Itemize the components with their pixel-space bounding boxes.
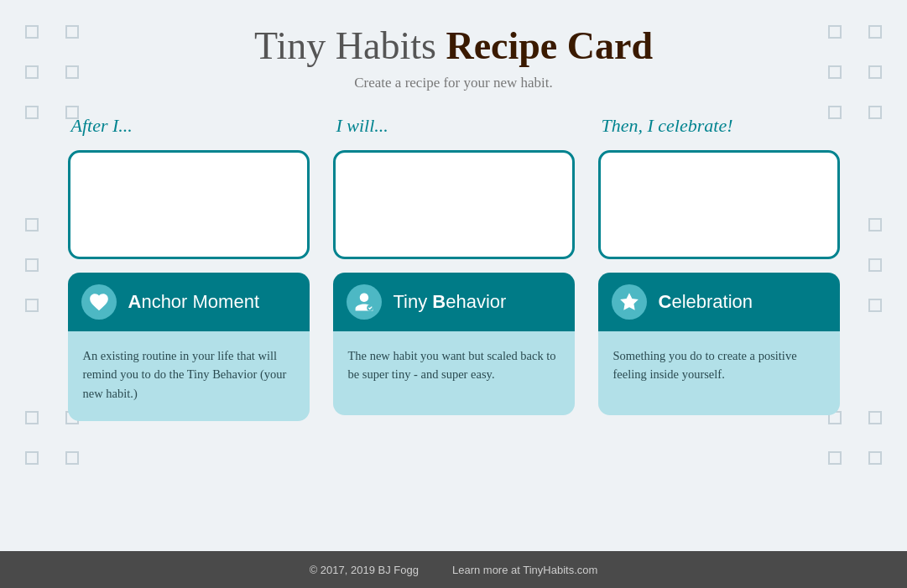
behavior-card-header: Tiny Behavior (333, 273, 575, 331)
anchor-title-bold: A (128, 291, 142, 312)
heart-plus-icon (88, 291, 110, 313)
behavior-icon-circle (347, 284, 382, 320)
anchor-column: After I... Anchor Mome (68, 115, 310, 421)
footer-copyright: © 2017, 2019 BJ Fogg (310, 564, 419, 576)
anchor-icon-circle (81, 284, 117, 320)
celebration-title-rest: elebration (671, 291, 753, 312)
behavior-input-box[interactable] (333, 150, 575, 259)
three-columns: After I... Anchor Mome (68, 115, 840, 421)
behavior-column: I will... Tiny Behavio (333, 115, 575, 421)
behavior-card: Tiny Behavior The new habit you want but… (333, 273, 575, 415)
behavior-title-rest: ehavior (446, 291, 506, 312)
celebration-input-box[interactable] (598, 150, 840, 259)
main-content: Tiny Habits Recipe Card Create a recipe … (0, 0, 907, 551)
footer-learn-more: Learn more at TinyHabits.com (452, 564, 597, 576)
anchor-card: Anchor Moment An existing routine in you… (68, 273, 310, 421)
star-icon (618, 291, 640, 313)
page-background: Tiny Habits Recipe Card Create a recipe … (0, 0, 907, 588)
title-bold: Recipe Card (446, 24, 653, 67)
footer: © 2017, 2019 BJ Fogg Learn more at TinyH… (0, 551, 907, 588)
celebration-card: Celebration Something you do to create a… (598, 273, 840, 415)
behavior-label: I will... (333, 115, 575, 137)
celebration-icon-circle (612, 284, 647, 320)
page-title: Tiny Habits Recipe Card (254, 23, 653, 68)
behavior-title-bold: B (432, 291, 446, 312)
behavior-card-text: The new habit you want but scaled back t… (348, 346, 560, 384)
anchor-card-body: An existing routine in your life that wi… (68, 331, 310, 421)
celebration-label: Then, I celebrate! (598, 115, 840, 137)
behavior-card-body: The new habit you want but scaled back t… (333, 331, 575, 415)
celebration-card-title: Celebration (659, 291, 753, 313)
anchor-input-box[interactable] (68, 150, 310, 259)
page-subtitle: Create a recipe for your new habit. (354, 75, 552, 91)
svg-rect-1 (98, 296, 100, 299)
anchor-card-header: Anchor Moment (68, 273, 310, 331)
anchor-card-text: An existing routine in your life that wi… (83, 346, 295, 403)
behavior-card-title: Tiny Behavior (394, 291, 507, 313)
title-normal: Tiny Habits (254, 24, 446, 67)
celebration-card-header: Celebration (598, 273, 840, 331)
celebration-column: Then, I celebrate! Celebration (598, 115, 840, 421)
celebration-card-body: Something you do to create a positive fe… (598, 331, 840, 415)
celebration-card-text: Something you do to create a positive fe… (613, 346, 825, 384)
anchor-label: After I... (68, 115, 310, 137)
anchor-title-rest: nchor Moment (141, 291, 259, 312)
celebration-title-bold: C (659, 291, 672, 312)
anchor-card-title: Anchor Moment (128, 291, 260, 313)
person-check-icon (353, 291, 375, 313)
behavior-title-prefix: Tiny (394, 291, 433, 312)
